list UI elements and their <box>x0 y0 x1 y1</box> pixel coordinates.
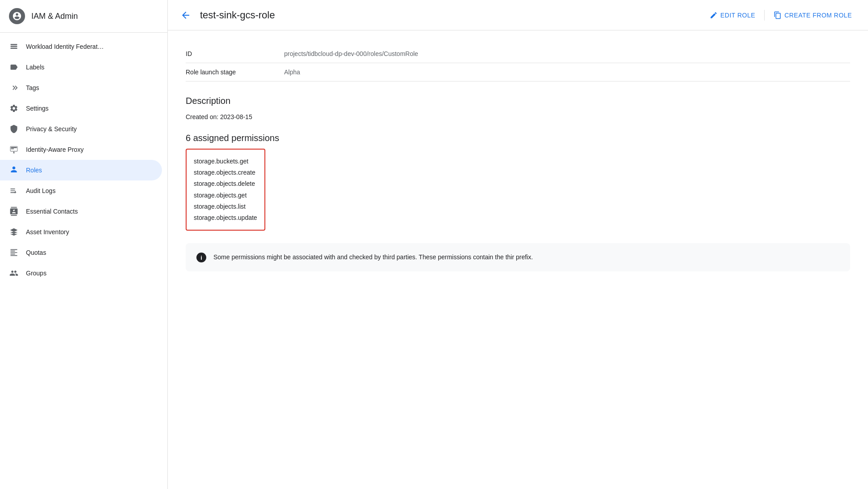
svg-rect-6 <box>11 149 14 150</box>
perm-storage-objects-delete: storage.objects.delete <box>194 178 257 189</box>
id-value: projects/tidbcloud-dp-dev-000/roles/Cust… <box>284 45 850 63</box>
create-from-role-label: CREATE FROM ROLE <box>784 12 852 19</box>
quotas-icon <box>9 248 19 257</box>
launch-stage-label: Role launch stage <box>186 63 284 82</box>
app-title: IAM & Admin <box>31 12 78 21</box>
id-label: ID <box>186 45 284 63</box>
audit-icon <box>9 186 19 196</box>
svg-rect-2 <box>11 48 17 49</box>
sidebar-item-workload-identity[interactable]: Workload Identity Federat… <box>0 36 162 57</box>
roles-icon <box>9 165 19 175</box>
page-title: test-sink-gcs-role <box>200 9 697 21</box>
sidebar-item-settings[interactable]: Settings <box>0 98 162 119</box>
sidebar-item-label: Workload Identity Federat… <box>26 43 104 50</box>
iap-icon <box>9 145 19 154</box>
sidebar-item-label: Quotas <box>26 249 46 256</box>
svg-rect-0 <box>11 44 17 45</box>
settings-icon <box>9 103 19 113</box>
sidebar: IAM & Admin Workload Identity Federat… L… <box>0 0 168 489</box>
meta-table: ID projects/tidbcloud-dp-dev-000/roles/C… <box>186 45 850 82</box>
edit-role-label: EDIT ROLE <box>720 12 755 19</box>
sidebar-header: IAM & Admin <box>0 0 167 33</box>
permissions-box: storage.buckets.get storage.objects.crea… <box>186 149 265 231</box>
perm-storage-buckets-get: storage.buckets.get <box>194 156 257 167</box>
app-logo <box>9 8 25 24</box>
shield-icon <box>9 124 19 134</box>
perm-storage-objects-create: storage.objects.create <box>194 167 257 178</box>
edit-role-button[interactable]: EDIT ROLE <box>704 8 761 23</box>
main-content: test-sink-gcs-role EDIT ROLE CREATE FROM… <box>168 0 868 489</box>
workload-icon <box>9 42 19 51</box>
sidebar-item-privacy-security[interactable]: Privacy & Security <box>0 119 162 139</box>
sidebar-item-label: Asset Inventory <box>26 228 69 236</box>
sidebar-item-labels[interactable]: Labels <box>0 57 162 77</box>
label-icon <box>9 62 19 72</box>
topbar-actions: EDIT ROLE CREATE FROM ROLE <box>704 8 857 23</box>
info-icon: i <box>196 253 206 262</box>
info-text: Some permissions might be associated wit… <box>213 252 533 262</box>
svg-rect-5 <box>11 147 17 148</box>
description-title: Description <box>186 96 850 106</box>
sidebar-item-label: Privacy & Security <box>26 125 77 133</box>
detail-content: ID projects/tidbcloud-dp-dev-000/roles/C… <box>168 30 868 489</box>
tag-icon <box>9 83 19 93</box>
perm-storage-objects-get: storage.objects.get <box>194 190 257 201</box>
sidebar-item-groups[interactable]: Groups <box>0 263 162 283</box>
launch-stage-value: Alpha <box>284 63 850 82</box>
sidebar-item-essential-contacts[interactable]: Essential Contacts <box>0 201 162 222</box>
sidebar-item-label: Essential Contacts <box>26 208 78 215</box>
sidebar-item-tags[interactable]: Tags <box>0 77 162 98</box>
id-row: ID projects/tidbcloud-dp-dev-000/roles/C… <box>186 45 850 63</box>
groups-icon <box>9 268 19 278</box>
sidebar-item-asset-inventory[interactable]: Asset Inventory <box>0 222 162 242</box>
svg-rect-1 <box>11 46 17 47</box>
sidebar-nav: Workload Identity Federat… Labels Tags <box>0 33 167 489</box>
permissions-title: 6 assigned permissions <box>186 133 850 143</box>
sidebar-item-label: Labels <box>26 64 44 71</box>
create-from-role-button[interactable]: CREATE FROM ROLE <box>768 8 857 23</box>
info-banner: i Some permissions might be associated w… <box>186 243 850 271</box>
sidebar-item-audit-logs[interactable]: Audit Logs <box>0 180 162 201</box>
back-button[interactable] <box>179 8 193 22</box>
topbar-divider <box>764 10 765 21</box>
description-text: Created on: 2023-08-15 <box>186 113 850 120</box>
contacts-icon <box>9 206 19 216</box>
sidebar-item-label: Identity-Aware Proxy <box>26 146 84 153</box>
sidebar-item-iap[interactable]: Identity-Aware Proxy <box>0 139 162 160</box>
perm-storage-objects-update: storage.objects.update <box>194 212 257 223</box>
sidebar-item-label: Audit Logs <box>26 187 55 194</box>
sidebar-item-quotas[interactable]: Quotas <box>0 242 162 263</box>
sidebar-item-label: Tags <box>26 84 39 91</box>
perm-storage-objects-list: storage.objects.list <box>194 201 257 212</box>
sidebar-item-label: Settings <box>26 105 49 112</box>
launch-stage-row: Role launch stage Alpha <box>186 63 850 82</box>
sidebar-item-label: Roles <box>26 167 42 174</box>
topbar: test-sink-gcs-role EDIT ROLE CREATE FROM… <box>168 0 868 30</box>
sidebar-item-label: Groups <box>26 270 47 277</box>
asset-icon <box>9 227 19 237</box>
sidebar-item-roles[interactable]: Roles <box>0 160 162 180</box>
